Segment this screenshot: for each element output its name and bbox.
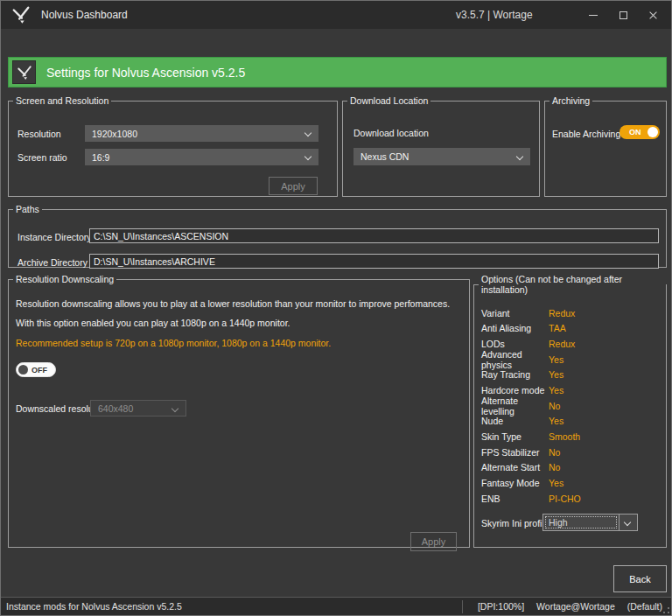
group-resolution-downscaling: Resolution Downscaling Resolution downsc…: [8, 274, 470, 548]
skyrim-ini-profile-dropdown[interactable]: High: [542, 514, 638, 531]
option-value: No: [549, 401, 560, 411]
group-options-legend: Options (Can not be changed after instal…: [479, 274, 666, 295]
archive-directory-label: Archive Directory: [18, 257, 88, 268]
window-controls: [578, 1, 668, 29]
status-profile: (Default): [627, 601, 662, 612]
instance-directory-label: Instance Directory: [18, 232, 92, 242]
option-row: FPS StabilizerNo: [474, 444, 666, 460]
back-button[interactable]: Back: [613, 565, 667, 592]
chevron-down-icon: [172, 405, 178, 412]
option-value: Redux: [549, 308, 575, 318]
toggle-knob: [648, 127, 658, 137]
option-row: Anti AliasingTAA: [474, 320, 666, 336]
resolution-value: 1920x1080: [92, 129, 137, 139]
status-right-zone: [DPI:100%] Wortage@Wortage (Default): [478, 601, 662, 612]
option-value: TAA: [549, 323, 566, 333]
chevron-down-icon: [516, 153, 523, 160]
toggle-off-label: OFF: [32, 366, 47, 374]
option-row: Alternate levellingNo: [474, 398, 666, 414]
downscaling-description-2: With this option enabled you can play at…: [16, 318, 290, 328]
enable-archiving-toggle[interactable]: ON: [620, 125, 660, 139]
option-row: Ray TracingYes: [474, 367, 666, 382]
status-separator: [462, 600, 463, 613]
instance-directory-input[interactable]: [89, 228, 659, 243]
group-screen-resolution: Screen and Resolution Resolution 1920x10…: [8, 95, 338, 197]
downscaled-resolution-dropdown[interactable]: 640x480: [90, 400, 186, 416]
option-label: ENB: [481, 494, 549, 504]
option-row: Skin TypeSmooth: [474, 429, 666, 444]
downscaling-toggle[interactable]: OFF: [16, 362, 56, 377]
download-location-dropdown[interactable]: Nexus CDN: [354, 148, 530, 165]
chevron-down-icon: [304, 130, 312, 136]
option-value: PI-CHO: [549, 494, 581, 504]
downscaled-resolution-value: 640x480: [98, 403, 133, 414]
status-bar: Instance mods for Nolvus Ascension v5.2.…: [1, 597, 671, 615]
group-screen-resolution-legend: Screen and Resolution: [13, 95, 111, 106]
downscaling-description-1: Resolution downscaling allows you to pla…: [16, 298, 450, 309]
option-value: No: [549, 447, 560, 458]
option-row: VariantRedux: [474, 305, 666, 321]
option-label: FPS Stabilizer: [481, 447, 549, 458]
group-archiving-legend: Archiving: [550, 95, 592, 106]
skyrim-ini-profile-value: High: [543, 514, 619, 530]
page-title: Settings for Nolvus Ascension v5.2.5: [46, 66, 245, 80]
screen-ratio-value: 16:9: [92, 152, 109, 163]
status-user: Wortage@Wortage: [536, 601, 615, 612]
banner-icon-box: [12, 60, 36, 84]
close-icon: [648, 10, 658, 20]
app-title: Nolvus Dashboard: [41, 9, 128, 21]
option-value: Yes: [549, 354, 564, 365]
app-window: Nolvus Dashboard v3.5.7 | Wortage Settin…: [0, 0, 672, 616]
skyrim-ini-profile-label: Skyrim Ini profile: [481, 518, 550, 528]
minimize-icon: [589, 15, 598, 16]
option-value: Yes: [549, 385, 564, 396]
group-options: Options (Can not be changed after instal…: [473, 274, 667, 548]
enable-archiving-label: Enable Archiving: [552, 129, 620, 139]
group-paths-legend: Paths: [13, 204, 42, 214]
toggle-knob: [18, 365, 28, 374]
option-label: Fantasy Mode: [481, 478, 549, 488]
nolvus-logo-icon: [11, 5, 31, 24]
apply-resolution-button[interactable]: Apply: [269, 177, 318, 195]
option-label: Skin Type: [481, 431, 549, 442]
version-label: v3.5.7 | Wortage: [456, 9, 533, 21]
apply-downscaling-button[interactable]: Apply: [410, 532, 457, 551]
downscaling-recommendation: Recommended setup is 720p on a 1080p mon…: [16, 338, 331, 348]
option-value: Smooth: [549, 431, 580, 442]
option-row: Advanced physicsYes: [474, 352, 666, 368]
title-bar: Nolvus Dashboard v3.5.7 | Wortage: [1, 1, 671, 29]
maximize-button[interactable]: [608, 1, 638, 29]
resize-grip[interactable]: [662, 606, 670, 614]
option-value: Yes: [549, 369, 564, 380]
option-label: Ray Tracing: [481, 369, 549, 380]
chevron-down-icon: [624, 519, 631, 526]
option-row: Alternate StartNo: [474, 459, 666, 475]
option-row: NudeYes: [474, 413, 666, 429]
option-value: Yes: [549, 478, 564, 488]
resolution-label: Resolution: [18, 129, 61, 139]
download-location-label: Download location: [354, 128, 429, 138]
option-value: No: [549, 462, 560, 472]
toggle-on-label: ON: [629, 128, 641, 136]
group-download-location: Download Location Download location Nexu…: [342, 95, 540, 197]
status-left-text: Instance mods for Nolvus Ascension v5.2.…: [6, 601, 182, 612]
screen-ratio-dropdown[interactable]: 16:9: [85, 149, 318, 165]
option-label: LODs: [481, 339, 549, 349]
status-dpi: [DPI:100%]: [478, 601, 524, 612]
group-archiving: Archiving Enable Archiving ON: [544, 95, 667, 197]
close-button[interactable]: [638, 1, 668, 29]
option-label: Variant: [481, 308, 549, 318]
option-row: Fantasy ModeYes: [474, 475, 666, 491]
option-value: Redux: [549, 339, 575, 349]
dropdown-arrow-box: [619, 514, 637, 530]
chevron-down-icon: [304, 153, 312, 160]
minimize-button[interactable]: [578, 1, 608, 29]
maximize-icon: [620, 11, 627, 19]
archive-directory-input[interactable]: [89, 254, 659, 269]
option-label: Alternate Start: [481, 462, 549, 472]
option-label: Anti Aliasing: [481, 323, 549, 333]
group-download-location-legend: Download Location: [347, 95, 430, 106]
option-value: Yes: [549, 416, 564, 426]
resolution-dropdown[interactable]: 1920x1080: [85, 125, 318, 142]
option-label: Hardcore mode: [481, 385, 549, 396]
